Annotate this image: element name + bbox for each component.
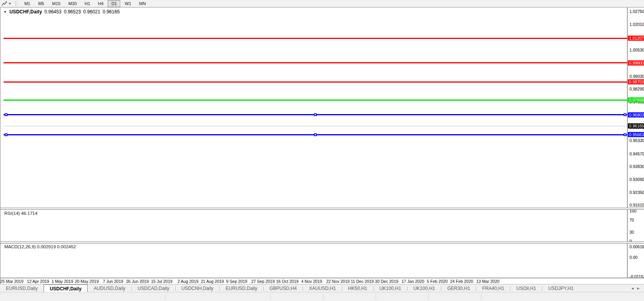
date-tick-label: 7 Jun 2019 — [103, 279, 123, 284]
chart-tools-caret-icon[interactable]: ▼ — [8, 2, 11, 6]
date-tick-label: 24 Feb 2020 — [450, 279, 473, 284]
date-tick-label: 20 May 2019 — [75, 279, 99, 284]
chart-title: ▼ USDCHF,Daily 0.96453 0.96523 0.96021 0… — [4, 9, 120, 15]
chart-tab-GER30-H1[interactable]: GER30,H1 — [441, 284, 476, 292]
chart-tab-UK100-H1[interactable]: UK100,H1 — [407, 284, 441, 292]
chart-tab-USOil-H1[interactable]: USOil,H1 — [510, 284, 542, 292]
tab-scroll-left-icon[interactable]: ◄ — [631, 286, 634, 290]
date-tick-label: 27 Sep 2019 — [251, 279, 275, 284]
date-tick-label: 16 Oct 2019 — [276, 279, 299, 284]
timeframe-button-W1[interactable]: W1 — [121, 0, 135, 7]
ohlc-low: 0.96021 — [83, 9, 100, 15]
ohlc-high: 0.96523 — [64, 9, 81, 15]
price-level-label: 0.97658 — [628, 98, 644, 103]
date-tick-label: 17 Jan 2020 — [402, 279, 424, 284]
toolbar-grip[interactable] — [15, 1, 17, 6]
date-tick-label: 21 Aug 2019 — [201, 279, 224, 284]
line-handle[interactable] — [5, 113, 7, 116]
date-axis[interactable]: 25 Mar 201912 Apr 20191 May 201920 May 2… — [0, 278, 644, 284]
current-price-label: 0.96165 — [628, 124, 644, 129]
chart-window: ▼ USDCHF,Daily 0.96453 0.96523 0.96021 0… — [0, 7, 644, 284]
line-handle[interactable] — [624, 113, 626, 116]
line-handle[interactable] — [314, 133, 317, 136]
date-tick-label: 11 Dec 2019 — [351, 279, 374, 284]
date-tick-label: 12 Apr 2019 — [27, 279, 50, 284]
timeframe-button-MN[interactable]: MN — [136, 0, 149, 7]
chart-tab-USDCAD-Daily[interactable]: USDCAD,Daily — [132, 284, 175, 292]
chart-tab-USDJPY-H1[interactable]: USDJPY,H1 — [542, 284, 579, 292]
ohlc-open: 0.96453 — [44, 9, 61, 15]
chart-menu-icon[interactable]: ▼ — [4, 10, 7, 14]
price-level-line-0.98703[interactable] — [4, 81, 627, 83]
line-handle[interactable] — [624, 133, 626, 136]
date-tick-label: 30 Dec 2019 — [375, 279, 398, 284]
timeframe-button-M15[interactable]: M15 — [48, 0, 64, 7]
rsi-indicator-label: RSI(14) 46.1714 — [4, 211, 37, 216]
status-bar — [0, 292, 644, 301]
date-tick-label: 5 Feb 2020 — [427, 279, 448, 284]
date-tick-label: 25 Mar 2019 — [0, 279, 24, 284]
date-tick-label: 2 Aug 2019 — [178, 279, 198, 284]
tab-scroll-right-icon[interactable]: ► — [637, 286, 640, 290]
chart-tab-GBPUSD-H4[interactable]: GBPUSD,H4 — [264, 284, 303, 292]
date-tick-label: 26 Jun 2019 — [126, 279, 149, 284]
line-handle[interactable] — [314, 113, 317, 116]
date-tick-label: 9 Sep 2019 — [226, 279, 248, 284]
date-tick-label: 13 Mar 2020 — [476, 279, 499, 284]
status-pane-divider — [270, 294, 271, 300]
price-level-label: 0.96803 — [628, 112, 644, 117]
price-level-label: 0.95663 — [628, 132, 644, 137]
status-pane-divider — [428, 294, 429, 300]
chart-tab-HK50-H1[interactable]: HK50,H1 — [342, 284, 373, 292]
timeframe-button-M1[interactable]: M1 — [21, 0, 34, 7]
date-tick-label: 1 May 2019 — [51, 279, 73, 284]
chart-symbol-label: USDCHF,Daily — [9, 9, 42, 15]
chart-tab-FRA40-H1[interactable]: FRA40,H1 — [476, 284, 510, 292]
ohlc-close: 0.96165 — [103, 9, 119, 15]
tab-scroll-arrows: ◄► — [631, 284, 644, 292]
date-tick-label: 22 Nov 2019 — [326, 279, 350, 284]
status-pane-divider — [376, 294, 376, 300]
price-level-label: 0.99800 — [628, 60, 644, 65]
current-price-line — [4, 126, 627, 126]
status-pane-divider — [481, 294, 481, 300]
timeframe-buttons: M1M5M15M30H1H4D1W1MN — [20, 0, 150, 7]
chart-tab-EURUSD-Daily[interactable]: EURUSD,Daily — [220, 284, 263, 292]
date-tick-label: 15 Jul 2019 — [151, 279, 172, 284]
chart-tab-UK100-H1[interactable]: UK100,H1 — [374, 284, 407, 292]
status-pane-divider — [323, 294, 323, 300]
chart-tab-AUDUSD-Daily[interactable]: AUDUSD,Daily — [88, 284, 131, 292]
chart-tab-XAUUSD-H1[interactable]: XAUUSD,H1 — [303, 284, 342, 292]
timeframe-button-M30[interactable]: M30 — [65, 0, 80, 7]
macd-indicator-label: MACD(12,26,9) 0.002919 0.002452 — [4, 244, 76, 249]
chart-tab-USDCNH-Daily[interactable]: USDCNH,Daily — [176, 284, 219, 292]
chart-tab-USDCHF-Daily[interactable]: USDCHF,Daily — [44, 284, 88, 292]
timeframe-button-M5[interactable]: M5 — [35, 0, 48, 7]
chart-tab-EURUSD-Daily[interactable]: EURUSD,Daily — [0, 284, 44, 292]
timeframe-button-H1[interactable]: H1 — [81, 0, 94, 7]
timeframe-toolbar: ▼ M1M5M15M30H1H4D1W1MN — [0, 0, 644, 7]
chart-tools-icon[interactable] — [2, 1, 7, 6]
chart-tab-bar: EURUSD,DailyUSDCHF,DailyAUDUSD,DailyUSDC… — [0, 284, 644, 292]
price-level-line-1.01207[interactable] — [4, 38, 627, 39]
price-level-line-0.99800[interactable] — [4, 62, 627, 63]
mt4-application: ▼ M1M5M15M30H1H4D1W1MN ▼ USDCHF,Daily 0.… — [0, 0, 644, 301]
price-level-label: 0.98703 — [628, 79, 644, 85]
price-level-label: 1.01207 — [628, 36, 644, 41]
timeframe-button-H4[interactable]: H4 — [94, 0, 107, 7]
line-handle[interactable] — [5, 133, 7, 136]
timeframe-button-D1[interactable]: D1 — [108, 0, 120, 7]
chart-overlays: 1.012070.998000.987030.976580.968030.956… — [0, 0, 644, 301]
date-tick-label: 4 Nov 2019 — [301, 279, 322, 284]
price-level-line-0.97658[interactable] — [4, 100, 627, 101]
status-pane-divider — [165, 294, 165, 300]
